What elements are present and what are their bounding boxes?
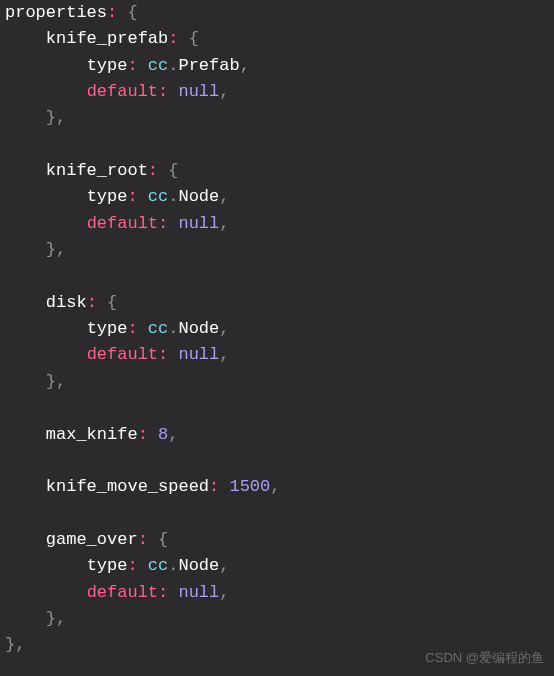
watermark: CSDN @爱编程的鱼 — [425, 648, 544, 668]
prop-name: disk — [46, 293, 87, 312]
prop-name: knife_root — [46, 161, 148, 180]
prop-name: knife_move_speed — [46, 477, 209, 496]
prop-name: game_over — [46, 530, 138, 549]
label-properties: properties — [5, 3, 107, 22]
code-block: properties: { knife_prefab: { type: cc.P… — [0, 0, 554, 659]
prop-name: max_knife — [46, 425, 138, 444]
prop-name: knife_prefab — [46, 29, 168, 48]
